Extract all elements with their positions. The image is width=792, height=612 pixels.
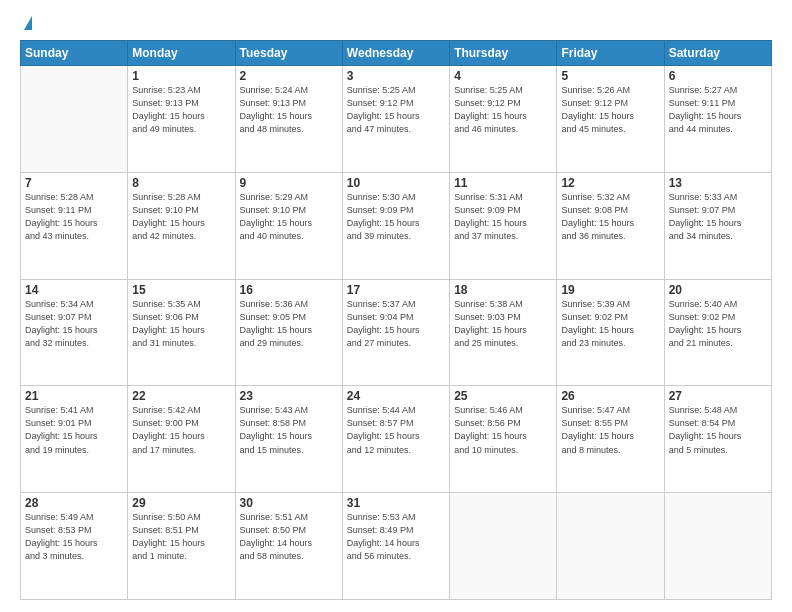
day-info: Sunrise: 5:39 AM Sunset: 9:02 PM Dayligh… xyxy=(561,298,659,350)
calendar-day-cell: 18Sunrise: 5:38 AM Sunset: 9:03 PM Dayli… xyxy=(450,279,557,386)
day-number: 23 xyxy=(240,389,338,403)
day-info: Sunrise: 5:28 AM Sunset: 9:11 PM Dayligh… xyxy=(25,191,123,243)
calendar-day-cell: 26Sunrise: 5:47 AM Sunset: 8:55 PM Dayli… xyxy=(557,386,664,493)
calendar-day-cell xyxy=(557,493,664,600)
calendar-day-cell: 29Sunrise: 5:50 AM Sunset: 8:51 PM Dayli… xyxy=(128,493,235,600)
day-number: 14 xyxy=(25,283,123,297)
day-number: 13 xyxy=(669,176,767,190)
day-number: 24 xyxy=(347,389,445,403)
day-info: Sunrise: 5:25 AM Sunset: 9:12 PM Dayligh… xyxy=(454,84,552,136)
day-info: Sunrise: 5:50 AM Sunset: 8:51 PM Dayligh… xyxy=(132,511,230,563)
calendar-day-header: Saturday xyxy=(664,41,771,66)
calendar-day-cell xyxy=(21,66,128,173)
day-info: Sunrise: 5:26 AM Sunset: 9:12 PM Dayligh… xyxy=(561,84,659,136)
calendar-day-header: Tuesday xyxy=(235,41,342,66)
logo xyxy=(20,16,32,32)
calendar-day-cell: 6Sunrise: 5:27 AM Sunset: 9:11 PM Daylig… xyxy=(664,66,771,173)
day-info: Sunrise: 5:49 AM Sunset: 8:53 PM Dayligh… xyxy=(25,511,123,563)
calendar-day-cell: 9Sunrise: 5:29 AM Sunset: 9:10 PM Daylig… xyxy=(235,172,342,279)
calendar-day-cell: 31Sunrise: 5:53 AM Sunset: 8:49 PM Dayli… xyxy=(342,493,449,600)
day-info: Sunrise: 5:47 AM Sunset: 8:55 PM Dayligh… xyxy=(561,404,659,456)
calendar-day-cell: 5Sunrise: 5:26 AM Sunset: 9:12 PM Daylig… xyxy=(557,66,664,173)
day-info: Sunrise: 5:53 AM Sunset: 8:49 PM Dayligh… xyxy=(347,511,445,563)
day-number: 16 xyxy=(240,283,338,297)
day-number: 29 xyxy=(132,496,230,510)
calendar-week-row: 1Sunrise: 5:23 AM Sunset: 9:13 PM Daylig… xyxy=(21,66,772,173)
calendar-table: SundayMondayTuesdayWednesdayThursdayFrid… xyxy=(20,40,772,600)
calendar-day-cell: 7Sunrise: 5:28 AM Sunset: 9:11 PM Daylig… xyxy=(21,172,128,279)
calendar-week-row: 21Sunrise: 5:41 AM Sunset: 9:01 PM Dayli… xyxy=(21,386,772,493)
day-info: Sunrise: 5:38 AM Sunset: 9:03 PM Dayligh… xyxy=(454,298,552,350)
calendar-day-cell: 14Sunrise: 5:34 AM Sunset: 9:07 PM Dayli… xyxy=(21,279,128,386)
calendar-week-row: 14Sunrise: 5:34 AM Sunset: 9:07 PM Dayli… xyxy=(21,279,772,386)
day-number: 6 xyxy=(669,69,767,83)
page: SundayMondayTuesdayWednesdayThursdayFrid… xyxy=(0,0,792,612)
day-number: 20 xyxy=(669,283,767,297)
calendar-day-cell: 17Sunrise: 5:37 AM Sunset: 9:04 PM Dayli… xyxy=(342,279,449,386)
calendar-day-cell: 21Sunrise: 5:41 AM Sunset: 9:01 PM Dayli… xyxy=(21,386,128,493)
calendar-day-cell: 24Sunrise: 5:44 AM Sunset: 8:57 PM Dayli… xyxy=(342,386,449,493)
day-info: Sunrise: 5:28 AM Sunset: 9:10 PM Dayligh… xyxy=(132,191,230,243)
day-number: 4 xyxy=(454,69,552,83)
calendar-day-cell: 25Sunrise: 5:46 AM Sunset: 8:56 PM Dayli… xyxy=(450,386,557,493)
day-info: Sunrise: 5:37 AM Sunset: 9:04 PM Dayligh… xyxy=(347,298,445,350)
calendar-day-cell xyxy=(450,493,557,600)
day-number: 26 xyxy=(561,389,659,403)
calendar-header-row: SundayMondayTuesdayWednesdayThursdayFrid… xyxy=(21,41,772,66)
calendar-day-cell: 28Sunrise: 5:49 AM Sunset: 8:53 PM Dayli… xyxy=(21,493,128,600)
day-info: Sunrise: 5:42 AM Sunset: 9:00 PM Dayligh… xyxy=(132,404,230,456)
day-number: 3 xyxy=(347,69,445,83)
day-number: 9 xyxy=(240,176,338,190)
day-info: Sunrise: 5:44 AM Sunset: 8:57 PM Dayligh… xyxy=(347,404,445,456)
day-info: Sunrise: 5:41 AM Sunset: 9:01 PM Dayligh… xyxy=(25,404,123,456)
day-number: 17 xyxy=(347,283,445,297)
day-number: 18 xyxy=(454,283,552,297)
day-number: 28 xyxy=(25,496,123,510)
calendar-day-cell: 4Sunrise: 5:25 AM Sunset: 9:12 PM Daylig… xyxy=(450,66,557,173)
day-info: Sunrise: 5:23 AM Sunset: 9:13 PM Dayligh… xyxy=(132,84,230,136)
day-number: 7 xyxy=(25,176,123,190)
day-info: Sunrise: 5:43 AM Sunset: 8:58 PM Dayligh… xyxy=(240,404,338,456)
day-info: Sunrise: 5:24 AM Sunset: 9:13 PM Dayligh… xyxy=(240,84,338,136)
calendar-day-cell: 3Sunrise: 5:25 AM Sunset: 9:12 PM Daylig… xyxy=(342,66,449,173)
calendar-day-cell: 20Sunrise: 5:40 AM Sunset: 9:02 PM Dayli… xyxy=(664,279,771,386)
calendar-day-header: Friday xyxy=(557,41,664,66)
calendar-day-header: Sunday xyxy=(21,41,128,66)
day-info: Sunrise: 5:27 AM Sunset: 9:11 PM Dayligh… xyxy=(669,84,767,136)
calendar-day-cell: 23Sunrise: 5:43 AM Sunset: 8:58 PM Dayli… xyxy=(235,386,342,493)
calendar-day-cell: 27Sunrise: 5:48 AM Sunset: 8:54 PM Dayli… xyxy=(664,386,771,493)
day-info: Sunrise: 5:40 AM Sunset: 9:02 PM Dayligh… xyxy=(669,298,767,350)
header xyxy=(20,16,772,32)
calendar-day-cell: 8Sunrise: 5:28 AM Sunset: 9:10 PM Daylig… xyxy=(128,172,235,279)
day-info: Sunrise: 5:35 AM Sunset: 9:06 PM Dayligh… xyxy=(132,298,230,350)
day-info: Sunrise: 5:29 AM Sunset: 9:10 PM Dayligh… xyxy=(240,191,338,243)
day-info: Sunrise: 5:31 AM Sunset: 9:09 PM Dayligh… xyxy=(454,191,552,243)
calendar-day-header: Monday xyxy=(128,41,235,66)
day-info: Sunrise: 5:34 AM Sunset: 9:07 PM Dayligh… xyxy=(25,298,123,350)
day-number: 11 xyxy=(454,176,552,190)
calendar-day-cell: 1Sunrise: 5:23 AM Sunset: 9:13 PM Daylig… xyxy=(128,66,235,173)
calendar-week-row: 7Sunrise: 5:28 AM Sunset: 9:11 PM Daylig… xyxy=(21,172,772,279)
calendar-day-cell xyxy=(664,493,771,600)
day-number: 21 xyxy=(25,389,123,403)
calendar-day-cell: 30Sunrise: 5:51 AM Sunset: 8:50 PM Dayli… xyxy=(235,493,342,600)
day-number: 5 xyxy=(561,69,659,83)
day-info: Sunrise: 5:25 AM Sunset: 9:12 PM Dayligh… xyxy=(347,84,445,136)
day-info: Sunrise: 5:32 AM Sunset: 9:08 PM Dayligh… xyxy=(561,191,659,243)
calendar-day-cell: 11Sunrise: 5:31 AM Sunset: 9:09 PM Dayli… xyxy=(450,172,557,279)
day-number: 25 xyxy=(454,389,552,403)
calendar-week-row: 28Sunrise: 5:49 AM Sunset: 8:53 PM Dayli… xyxy=(21,493,772,600)
calendar-day-cell: 13Sunrise: 5:33 AM Sunset: 9:07 PM Dayli… xyxy=(664,172,771,279)
day-number: 31 xyxy=(347,496,445,510)
day-number: 12 xyxy=(561,176,659,190)
day-info: Sunrise: 5:46 AM Sunset: 8:56 PM Dayligh… xyxy=(454,404,552,456)
calendar-day-cell: 22Sunrise: 5:42 AM Sunset: 9:00 PM Dayli… xyxy=(128,386,235,493)
day-number: 8 xyxy=(132,176,230,190)
day-number: 19 xyxy=(561,283,659,297)
calendar-day-cell: 2Sunrise: 5:24 AM Sunset: 9:13 PM Daylig… xyxy=(235,66,342,173)
logo-triangle-icon xyxy=(24,16,32,30)
day-info: Sunrise: 5:36 AM Sunset: 9:05 PM Dayligh… xyxy=(240,298,338,350)
day-info: Sunrise: 5:30 AM Sunset: 9:09 PM Dayligh… xyxy=(347,191,445,243)
calendar-day-header: Wednesday xyxy=(342,41,449,66)
day-info: Sunrise: 5:33 AM Sunset: 9:07 PM Dayligh… xyxy=(669,191,767,243)
